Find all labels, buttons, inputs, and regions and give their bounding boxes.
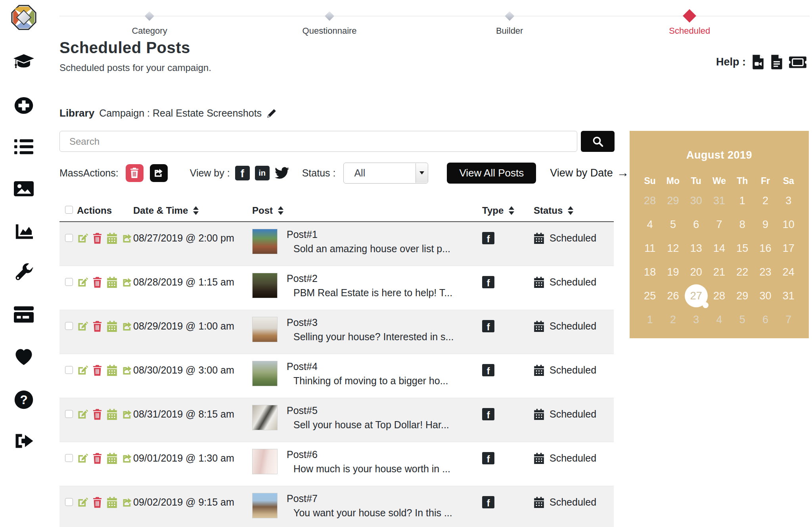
delete-icon[interactable] [92, 365, 102, 376]
mass-delete-button[interactable] [126, 164, 144, 182]
edit-icon[interactable] [77, 497, 88, 508]
calendar-day[interactable]: 25 [638, 284, 661, 308]
sidebar-item-create[interactable] [0, 96, 48, 115]
calendar-icon[interactable] [107, 497, 117, 508]
video-file-icon[interactable] [752, 55, 764, 69]
delete-icon[interactable] [92, 277, 102, 288]
calendar-day[interactable]: 1 [638, 308, 661, 332]
row-checkbox[interactable] [65, 366, 73, 374]
delete-icon[interactable] [92, 321, 102, 332]
search-input[interactable] [59, 131, 577, 152]
edit-icon[interactable] [77, 365, 88, 376]
view-all-posts-button[interactable]: View All Posts [447, 163, 536, 184]
row-checkbox[interactable] [65, 234, 73, 242]
edit-icon[interactable] [77, 277, 88, 288]
share-icon[interactable] [122, 321, 133, 332]
search-button[interactable] [581, 131, 615, 152]
select-all-checkbox[interactable] [65, 206, 73, 214]
sort-icon[interactable] [278, 206, 283, 215]
sort-icon[interactable] [568, 206, 573, 215]
calendar-icon[interactable] [107, 365, 117, 376]
mass-share-button[interactable] [150, 164, 168, 182]
column-header-status[interactable]: Status [534, 205, 614, 216]
column-header-type[interactable]: Type [482, 205, 534, 216]
sidebar-item-media[interactable] [0, 181, 48, 197]
calendar-day[interactable]: 11 [638, 236, 661, 260]
calendar-day[interactable]: 3 [777, 189, 800, 213]
calendar-day[interactable]: 18 [638, 260, 661, 284]
sort-icon[interactable] [193, 206, 199, 215]
share-icon[interactable] [122, 277, 133, 288]
step-questionnaire[interactable]: Questionnaire [303, 12, 357, 36]
calendar-day[interactable]: 7 [708, 213, 731, 236]
share-icon[interactable] [122, 453, 133, 464]
sidebar-item-learn[interactable] [0, 54, 48, 71]
status-select[interactable]: All [343, 163, 428, 184]
calendar-day[interactable]: 29 [731, 284, 754, 308]
calendar-day[interactable]: 29 [661, 189, 684, 213]
calendar-day[interactable]: 23 [754, 260, 777, 284]
calendar-day[interactable]: 7 [777, 308, 800, 332]
pencil-icon[interactable] [266, 108, 277, 119]
row-checkbox[interactable] [65, 498, 73, 506]
calendar-day[interactable]: 17 [777, 236, 800, 260]
calendar-day[interactable]: 1 [731, 189, 754, 213]
step-builder[interactable]: Builder [496, 12, 523, 36]
sort-icon[interactable] [509, 206, 514, 215]
calendar-day[interactable]: 16 [754, 236, 777, 260]
document-file-icon[interactable] [770, 55, 783, 69]
calendar-day[interactable]: 10 [777, 213, 800, 236]
calendar-day[interactable]: 4 [708, 308, 731, 332]
delete-icon[interactable] [92, 233, 102, 244]
edit-icon[interactable] [77, 409, 88, 420]
calendar-day[interactable]: 13 [685, 236, 708, 260]
app-logo[interactable] [11, 5, 36, 30]
step-scheduled[interactable]: Scheduled [669, 12, 710, 36]
calendar-icon[interactable] [107, 409, 117, 420]
delete-icon[interactable] [92, 453, 102, 464]
calendar-icon[interactable] [107, 453, 117, 464]
calendar-day[interactable]: 28 [708, 284, 731, 308]
calendar-day[interactable]: 6 [754, 308, 777, 332]
calendar-day[interactable]: 20 [685, 260, 708, 284]
calendar-day[interactable]: 26 [661, 284, 684, 308]
row-checkbox[interactable] [65, 454, 73, 462]
calendar-day[interactable]: 2 [661, 308, 684, 332]
sidebar-item-analytics[interactable] [0, 222, 48, 240]
delete-icon[interactable] [92, 497, 102, 508]
calendar-day[interactable]: 22 [731, 260, 754, 284]
calendar-day-selected[interactable]: 27 [685, 284, 708, 308]
calendar-day[interactable]: 6 [685, 213, 708, 236]
row-checkbox[interactable] [65, 322, 73, 330]
calendar-day[interactable]: 15 [731, 236, 754, 260]
calendar-day[interactable]: 3 [685, 308, 708, 332]
step-category[interactable]: Category [132, 12, 167, 36]
facebook-filter-icon[interactable]: f [235, 166, 250, 180]
row-checkbox[interactable] [65, 278, 73, 286]
share-icon[interactable] [122, 409, 133, 420]
calendar-day[interactable]: 30 [685, 189, 708, 213]
calendar-day[interactable]: 9 [754, 213, 777, 236]
calendar-day[interactable]: 12 [661, 236, 684, 260]
sidebar-item-logout[interactable] [0, 432, 48, 450]
calendar-day[interactable]: 19 [661, 260, 684, 284]
calendar-day[interactable]: 4 [638, 213, 661, 236]
column-header-post[interactable]: Post [252, 205, 482, 216]
calendar-day[interactable]: 14 [708, 236, 731, 260]
calendar-day[interactable]: 24 [777, 260, 800, 284]
calendar-icon[interactable] [107, 233, 117, 244]
share-icon[interactable] [122, 233, 133, 244]
ticket-icon[interactable] [789, 56, 806, 69]
sidebar-item-lists[interactable] [0, 139, 48, 155]
view-by-date-link[interactable]: View by Date → [550, 166, 629, 180]
calendar-day[interactable]: 21 [708, 260, 731, 284]
edit-icon[interactable] [77, 453, 88, 464]
linkedin-filter-icon[interactable]: in [255, 166, 270, 180]
column-header-date[interactable]: Date & Time [133, 205, 252, 216]
sidebar-item-favorites[interactable] [0, 348, 48, 366]
row-checkbox[interactable] [65, 410, 73, 418]
calendar-day[interactable]: 5 [661, 213, 684, 236]
edit-icon[interactable] [77, 233, 88, 244]
calendar-day[interactable]: 28 [638, 189, 661, 213]
twitter-filter-icon[interactable] [274, 166, 290, 180]
